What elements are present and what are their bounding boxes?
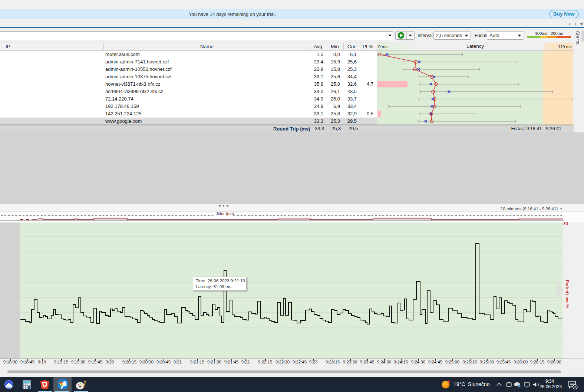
svg-text:2: 2 <box>574 385 576 389</box>
